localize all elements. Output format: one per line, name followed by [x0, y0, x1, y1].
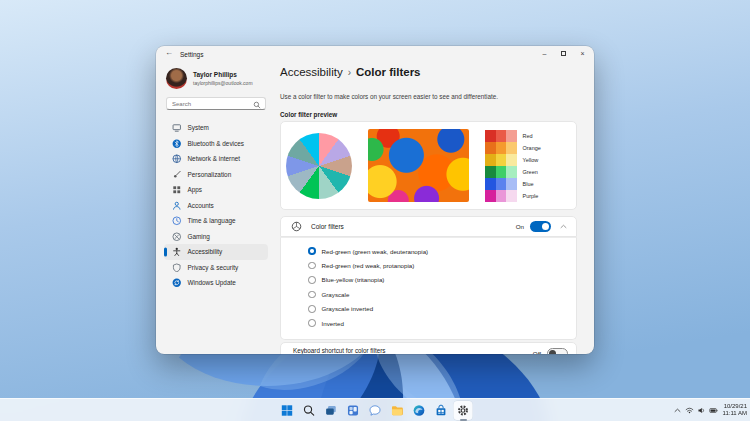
breadcrumb: Accessibility › Color filters: [280, 66, 421, 78]
color-filter-pie: [286, 133, 352, 199]
sidebar-item-privacy-security[interactable]: Privacy & security: [164, 260, 268, 276]
paintbrush-icon: [172, 170, 182, 180]
sidebar-item-time-language[interactable]: Time & language: [164, 213, 268, 229]
bluetooth-icon: [172, 139, 182, 149]
swatch-cell: [485, 166, 496, 178]
swatch-cell: [506, 178, 517, 190]
swatch-row: Yellow: [485, 154, 541, 166]
wifi-icon[interactable]: [685, 406, 694, 415]
swatch-label: Yellow: [523, 157, 539, 163]
system-tray: 10/29/21 11:11 AM: [673, 399, 747, 421]
swatch-cell: [496, 190, 507, 202]
radio-icon[interactable]: [308, 319, 316, 327]
swatch-row: Blue: [485, 178, 541, 190]
chevron-up-icon[interactable]: [673, 406, 682, 415]
swatch-cell: [506, 190, 517, 202]
option-inverted[interactable]: Inverted: [281, 316, 576, 330]
edge-icon[interactable]: [410, 401, 429, 420]
battery-icon[interactable]: [709, 406, 718, 415]
tray-time: 11:11 AM: [723, 410, 747, 418]
sidebar-item-network-internet[interactable]: Network & internet: [164, 151, 268, 167]
volume-icon[interactable]: [697, 406, 706, 415]
widgets-icon[interactable]: [344, 401, 363, 420]
sidebar-nav: System Bluetooth & devices Network & int…: [164, 120, 268, 291]
sidebar-item-bluetooth-devices[interactable]: Bluetooth & devices: [164, 136, 268, 152]
close-icon[interactable]: ×: [573, 46, 592, 60]
swatch-cell: [496, 178, 507, 190]
breadcrumb-parent[interactable]: Accessibility: [280, 66, 343, 78]
page-title: Color filters: [356, 66, 421, 78]
keyboard-shortcut-setting-row[interactable]: Keyboard shortcut for color filters Use …: [280, 342, 577, 354]
page-description: Use a color filter to make colors on you…: [280, 93, 498, 100]
radio-icon[interactable]: [308, 276, 316, 284]
monitor-icon: [172, 123, 182, 133]
radio-icon[interactable]: [308, 305, 316, 313]
sidebar-item-windows-update[interactable]: Windows Update: [164, 275, 268, 291]
swatch-cell: [506, 166, 517, 178]
search-icon[interactable]: [300, 401, 319, 420]
task-view-icon[interactable]: [322, 401, 341, 420]
option-grayscale[interactable]: Grayscale: [281, 287, 576, 301]
sidebar-item-system[interactable]: System: [164, 120, 268, 136]
chevron-up-icon[interactable]: [559, 222, 568, 231]
apps-grid-icon: [172, 185, 182, 195]
color-swatch-grid: Red Orange Yellow Green Blue: [485, 130, 541, 202]
preview-heading: Color filter preview: [280, 111, 337, 118]
globe-icon: [172, 154, 182, 164]
swatch-row: Orange: [485, 142, 541, 154]
swatch-label: Purple: [523, 193, 539, 199]
radio-selected-icon[interactable]: [308, 247, 316, 255]
color-filter-options-panel: Red-green (green weak, deuteranopia) Red…: [280, 237, 577, 340]
user-email: taylorphillips@outlook.com: [193, 80, 253, 86]
store-icon[interactable]: [432, 401, 451, 420]
xbox-icon: [172, 232, 182, 242]
sidebar-item-gaming[interactable]: Gaming: [164, 229, 268, 245]
keyboard-shortcut-toggle[interactable]: [547, 348, 568, 354]
breadcrumb-separator: ›: [348, 67, 351, 78]
tray-date: 10/29/21: [723, 403, 747, 411]
swatch-label: Red: [523, 133, 533, 139]
sidebar-item-accessibility[interactable]: Accessibility: [164, 244, 268, 260]
maximize-icon[interactable]: [554, 46, 573, 60]
color-filters-setting-row[interactable]: Color filters On: [280, 216, 577, 237]
clock[interactable]: 10/29/21 11:11 AM: [721, 403, 747, 418]
settings-icon[interactable]: [454, 401, 473, 420]
sidebar-item-accounts[interactable]: Accounts: [164, 198, 268, 214]
radio-icon[interactable]: [308, 291, 316, 299]
search-box[interactable]: [166, 97, 266, 110]
sidebar: Taylor Phillips taylorphillips@outlook.c…: [156, 62, 274, 354]
titlebar[interactable]: ← Settings – ×: [156, 46, 594, 62]
chat-icon[interactable]: [366, 401, 385, 420]
swatch-cell: [506, 142, 517, 154]
person-icon: [172, 201, 182, 211]
settings-window: ← Settings – × Taylor Phillips taylorphi…: [156, 46, 594, 354]
swatch-cell: [485, 130, 496, 142]
search-icon: [253, 101, 261, 109]
color-filter-preview-card: Red Orange Yellow Green Blue: [280, 121, 577, 210]
swatch-row: Red: [485, 130, 541, 142]
search-input[interactable]: [167, 101, 249, 107]
swatch-row: Purple: [485, 190, 541, 202]
color-filters-state: On: [516, 223, 524, 230]
start-icon[interactable]: [278, 401, 297, 420]
swatch-row: Green: [485, 166, 541, 178]
option-grayscale-inverted[interactable]: Grayscale inverted: [281, 302, 576, 316]
sidebar-item-apps[interactable]: Apps: [164, 182, 268, 198]
sidebar-item-personalization[interactable]: Personalization: [164, 167, 268, 183]
radio-icon[interactable]: [308, 262, 316, 270]
swatch-cell: [485, 178, 496, 190]
pinwheels-photo: [368, 129, 469, 202]
option-blue-yellow-tritanopia[interactable]: Blue-yellow (tritanopia): [281, 273, 576, 287]
option-red-green-protanopia[interactable]: Red-green (red weak, protanopia): [281, 258, 576, 272]
back-icon[interactable]: ←: [165, 48, 173, 57]
option-red-green-deuteranopia[interactable]: Red-green (green weak, deuteranopia): [281, 244, 576, 258]
swatch-label: Blue: [523, 181, 534, 187]
user-profile[interactable]: Taylor Phillips taylorphillips@outlook.c…: [166, 68, 268, 89]
file-explorer-icon[interactable]: [388, 401, 407, 420]
color-filters-toggle[interactable]: [530, 221, 551, 232]
swatch-cell: [485, 154, 496, 166]
minimize-icon[interactable]: –: [535, 46, 554, 60]
active-app-indicator: [460, 419, 467, 421]
swatch-cell: [485, 190, 496, 202]
shield-icon: [172, 263, 182, 273]
